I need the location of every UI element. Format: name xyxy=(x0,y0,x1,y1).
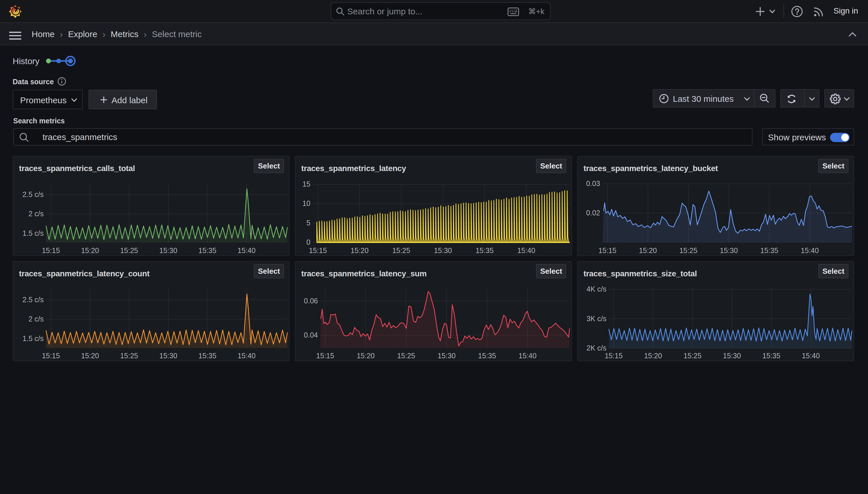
svg-text:0.03: 0.03 xyxy=(586,179,600,188)
svg-text:15:35: 15:35 xyxy=(476,246,494,254)
svg-text:15:15: 15:15 xyxy=(598,246,616,254)
svg-text:15:15: 15:15 xyxy=(605,352,623,360)
svg-text:1.5 c/s: 1.5 c/s xyxy=(22,335,44,342)
svg-text:2K c/s: 2K c/s xyxy=(587,344,607,352)
svg-text:0.06: 0.06 xyxy=(304,297,318,305)
svg-text:15:25: 15:25 xyxy=(120,352,138,360)
svg-text:15:15: 15:15 xyxy=(309,246,327,254)
svg-text:0: 0 xyxy=(307,238,310,246)
svg-text:5: 5 xyxy=(307,219,310,227)
svg-text:15:40: 15:40 xyxy=(517,246,535,254)
svg-text:15:35: 15:35 xyxy=(763,352,781,360)
svg-text:15:20: 15:20 xyxy=(81,352,99,360)
svg-text:15:30: 15:30 xyxy=(434,246,452,254)
svg-text:15:30: 15:30 xyxy=(438,352,456,360)
svg-text:2 c/s: 2 c/s xyxy=(28,315,44,323)
svg-text:15:20: 15:20 xyxy=(351,246,369,254)
svg-text:15:35: 15:35 xyxy=(198,246,216,254)
svg-text:15:15: 15:15 xyxy=(316,352,334,360)
svg-text:15:20: 15:20 xyxy=(639,246,657,254)
svg-text:15:25: 15:25 xyxy=(392,246,410,254)
svg-text:10: 10 xyxy=(302,199,310,207)
svg-text:15:20: 15:20 xyxy=(81,246,99,254)
svg-text:3K c/s: 3K c/s xyxy=(587,315,607,323)
svg-text:15:30: 15:30 xyxy=(159,246,177,254)
svg-text:2.5 c/s: 2.5 c/s xyxy=(22,190,44,198)
svg-text:15:35: 15:35 xyxy=(760,246,778,254)
svg-text:15:25: 15:25 xyxy=(679,246,697,254)
svg-text:15:35: 15:35 xyxy=(478,352,496,360)
svg-text:15:20: 15:20 xyxy=(357,352,375,360)
svg-text:0.04: 0.04 xyxy=(304,331,318,339)
svg-text:15:25: 15:25 xyxy=(120,246,138,254)
svg-text:15:40: 15:40 xyxy=(801,246,819,254)
svg-text:15:40: 15:40 xyxy=(238,246,256,254)
svg-text:15:25: 15:25 xyxy=(684,352,702,360)
svg-text:15:15: 15:15 xyxy=(42,246,60,254)
svg-text:15:25: 15:25 xyxy=(397,352,415,360)
svg-text:15:20: 15:20 xyxy=(644,352,662,360)
svg-text:15:30: 15:30 xyxy=(720,246,738,254)
svg-text:2 c/s: 2 c/s xyxy=(28,210,44,218)
svg-text:4K c/s: 4K c/s xyxy=(587,285,607,293)
svg-text:15:30: 15:30 xyxy=(723,352,741,360)
svg-text:15:35: 15:35 xyxy=(198,352,216,360)
svg-text:2.5 c/s: 2.5 c/s xyxy=(22,296,44,304)
svg-text:15: 15 xyxy=(302,180,310,188)
svg-text:15:40: 15:40 xyxy=(802,352,820,360)
svg-text:15:40: 15:40 xyxy=(238,352,256,360)
svg-text:0.02: 0.02 xyxy=(586,209,600,217)
svg-text:1.5 c/s: 1.5 c/s xyxy=(22,229,44,237)
svg-text:15:15: 15:15 xyxy=(42,352,60,360)
svg-text:15:30: 15:30 xyxy=(159,352,177,360)
svg-text:15:40: 15:40 xyxy=(518,352,537,360)
